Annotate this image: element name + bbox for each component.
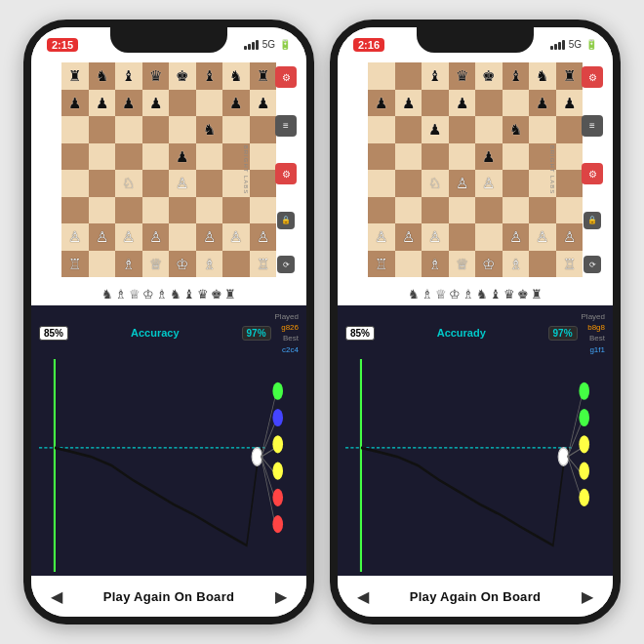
- network-1: 5G: [262, 39, 275, 50]
- signal-1: [244, 40, 259, 50]
- play-again-btn-1[interactable]: Play Again On Board: [103, 589, 235, 604]
- chess-piece: ♙: [375, 229, 387, 244]
- chess-piece: ♙: [563, 229, 576, 244]
- forward-arrow-2[interactable]: ▶: [574, 584, 601, 611]
- board-cell: [422, 90, 449, 117]
- board-cell: ♟: [395, 90, 423, 117]
- back-arrow-1[interactable]: ◀: [43, 584, 70, 611]
- svg-point-26: [579, 462, 589, 479]
- svg-point-24: [579, 409, 589, 426]
- tray-piece: ♛: [197, 287, 209, 302]
- board-cell: ♙: [475, 170, 503, 197]
- board-cell: [61, 143, 89, 171]
- bottom-bar-2: ◀ Play Again On Board ▶: [338, 576, 613, 617]
- board-controls-2: ⚙ ≡ ⚙ 🔒 ⟳: [582, 62, 603, 277]
- board-cell: ♟: [250, 90, 277, 117]
- board-cell: [142, 143, 170, 171]
- brand-label-2: BRIGHT LABS: [550, 145, 556, 195]
- board-cell: ♝: [503, 62, 530, 90]
- svg-point-27: [579, 489, 589, 506]
- chess-piece: ♙: [509, 229, 522, 244]
- play-again-btn-2[interactable]: Play Again On Board: [410, 589, 542, 604]
- brand-label-1: BRIGHT LABS: [244, 145, 250, 195]
- chess-piece: ♞: [96, 68, 108, 83]
- board-cell: ♟: [61, 90, 89, 117]
- board-cell: [89, 116, 116, 143]
- chess-piece: ♙: [536, 229, 548, 244]
- lock-btn-1[interactable]: 🔒: [277, 212, 295, 229]
- board-cell: ♘: [422, 170, 449, 197]
- accuracy-row-1: 85% Accuracy 97% Played g826 Best c2c4: [39, 311, 299, 355]
- chart-container-2: [345, 359, 605, 572]
- board-cell: [250, 170, 277, 197]
- board-cell: ♕: [142, 251, 170, 278]
- board-cell: [196, 90, 223, 117]
- board-cell: ♟: [222, 90, 250, 117]
- forward-arrow-1[interactable]: ▶: [267, 584, 295, 611]
- board-cell: ♙: [449, 170, 476, 197]
- signal-2: [550, 40, 565, 50]
- status-right-1: 5G 🔋: [244, 39, 291, 50]
- layers-btn-1[interactable]: ≡: [275, 115, 297, 137]
- chess-piece: ♚: [482, 68, 495, 83]
- board-cell: [169, 197, 196, 224]
- chess-piece: ♝: [428, 68, 441, 83]
- gear-btn-1[interactable]: ⚙: [275, 163, 297, 184]
- board-cell: ♟: [422, 116, 449, 143]
- svg-point-17: [558, 448, 569, 465]
- chess-piece: ♞: [509, 122, 522, 137]
- tray-piece: ♜: [531, 287, 543, 302]
- phone-2: 2:16 5G 🔋 ♝♛♚♝♞♜♟♟♟♟♟♟♞♟♘♙♙♙♙♙♙♙♙♖♗♕♔♗♖ …: [330, 20, 621, 624]
- settings-btn-2[interactable]: ⚙: [582, 66, 603, 88]
- chess-piece: ♘: [428, 176, 441, 190]
- board-cell: [142, 197, 170, 224]
- board-cell: [222, 116, 250, 143]
- board-cell: [449, 116, 476, 143]
- svg-point-13: [272, 489, 283, 506]
- chess-piece: ♟: [563, 96, 576, 110]
- flip-btn-2[interactable]: ⟳: [584, 256, 601, 273]
- accuracy-row-2: 85% Accurady 97% Played b8g8 Best g1f1: [345, 311, 605, 355]
- chess-piece: ♙: [257, 229, 269, 244]
- board-cell: [61, 197, 89, 224]
- notch-2: [417, 27, 534, 53]
- back-arrow-2[interactable]: ◀: [349, 584, 377, 611]
- board-cell: [368, 197, 395, 224]
- board-area-2: ♝♛♚♝♞♜♟♟♟♟♟♟♞♟♘♙♙♙♙♙♙♙♙♖♗♕♔♗♖ BRIGHT LAB…: [338, 57, 613, 283]
- board-cell: ♗: [503, 251, 530, 278]
- chess-piece: ♞: [203, 122, 216, 137]
- chess-piece: ♝: [122, 68, 135, 83]
- chess-piece: ♘: [122, 176, 135, 190]
- played-info-2: Played b8g8 Best g1f1: [582, 311, 605, 355]
- chess-piece: ♟: [122, 96, 135, 110]
- flip-btn-1[interactable]: ⟳: [277, 256, 295, 273]
- board-cell: [196, 143, 223, 171]
- board-cell: [142, 170, 170, 197]
- chess-piece: ♖: [257, 257, 269, 271]
- lock-btn-2[interactable]: 🔒: [584, 212, 601, 229]
- settings-btn-1[interactable]: ⚙: [275, 66, 297, 88]
- board-cell: [222, 197, 250, 224]
- board-cell: [503, 170, 530, 197]
- chess-piece: ♙: [68, 229, 81, 244]
- layers-btn-2[interactable]: ≡: [582, 115, 603, 137]
- board-cell: [395, 170, 423, 197]
- tray-piece: ♝: [490, 287, 502, 302]
- board-cell: [449, 197, 476, 224]
- board-cell: [89, 170, 116, 197]
- chess-piece: ♟: [375, 96, 387, 110]
- board-cell: [529, 251, 556, 278]
- board-cell: [89, 197, 116, 224]
- chess-piece: ♞: [229, 68, 242, 83]
- board-cell: ♜: [250, 62, 277, 90]
- status-time-1: 2:15: [47, 38, 78, 52]
- chess-piece: ♙: [402, 229, 415, 244]
- tray-piece: ♔: [449, 287, 461, 302]
- board-cell: ♚: [475, 62, 503, 90]
- board-cell: ♞: [196, 116, 223, 143]
- gear-btn-2[interactable]: ⚙: [582, 163, 603, 184]
- left-accuracy-1: 85%: [39, 326, 68, 341]
- board-cell: ♖: [250, 251, 277, 278]
- chess-piece: ♖: [375, 257, 387, 271]
- board-cell: [395, 62, 423, 90]
